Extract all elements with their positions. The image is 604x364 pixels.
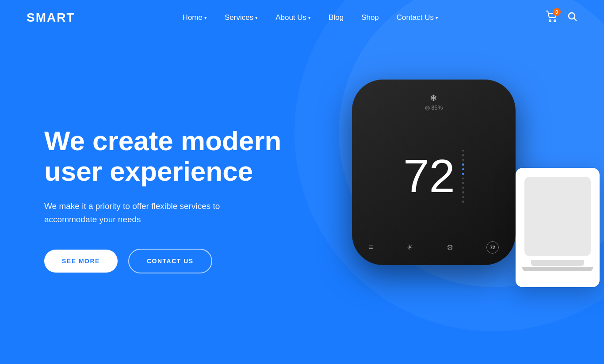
thermostat-top: ❄ ◎ 35% (425, 93, 443, 111)
thermo-dot (462, 168, 464, 171)
hero-buttons: SEE MORE CONTACT US (44, 249, 318, 273)
snowflake-icon: ❄ (430, 93, 437, 103)
device-group: ❄ ◎ 35% 72 (339, 66, 604, 364)
cart-count-badge: 0 (553, 8, 561, 16)
thermostat-mini-label: 72 (486, 241, 499, 254)
hero-section: We create modern user experience We make… (0, 35, 604, 364)
thermo-dot (462, 163, 464, 166)
thermo-dot (462, 173, 464, 175)
hero-subtitle: We make it a priority to offer flexible … (44, 200, 265, 227)
thermostat-device: ❄ ◎ 35% 72 (352, 80, 516, 265)
thermo-dot (462, 191, 464, 193)
nav-item-home[interactable]: Home ▾ (176, 10, 214, 26)
nav-link-home[interactable]: Home ▾ (176, 10, 214, 26)
thermo-dot (462, 154, 464, 156)
thermostat-percent: ◎ 35% (425, 104, 443, 111)
brand-logo[interactable]: SMART (27, 11, 75, 25)
thermo-dot (462, 150, 464, 152)
thermo-dot (462, 196, 464, 198)
navbar: SMART Home ▾ Services ▾ About Us ▾ Blog (0, 0, 604, 35)
nav-item-contact[interactable]: Contact Us ▾ (390, 10, 445, 26)
hub-stand (531, 260, 584, 266)
thermo-dot (462, 201, 464, 203)
hub-base (522, 267, 593, 271)
nav-item-shop[interactable]: Shop (354, 10, 386, 26)
settings-icon: ⚙ (447, 243, 453, 252)
thermo-dot (462, 187, 464, 189)
menu-icon: ≡ (369, 243, 373, 252)
thermostat-center: 72 (403, 150, 464, 203)
hub-device (516, 168, 600, 287)
hero-text: We create modern user experience We make… (44, 126, 318, 273)
thermostat-shell: ❄ ◎ 35% 72 (352, 80, 516, 265)
chevron-down-icon: ▾ (308, 15, 311, 21)
search-icon (567, 11, 577, 22)
svg-point-0 (549, 20, 551, 22)
hub-screen (524, 177, 591, 256)
nav-link-about[interactable]: About Us ▾ (268, 10, 318, 26)
thermo-dot (462, 159, 464, 161)
chevron-down-icon: ▾ (436, 15, 438, 21)
thermostat-temperature: 72 (403, 153, 455, 199)
see-more-button[interactable]: SEE MORE (44, 250, 118, 273)
hero-visual: ❄ ◎ 35% 72 (294, 57, 604, 364)
nav-link-shop[interactable]: Shop (354, 10, 386, 26)
nav-item-blog[interactable]: Blog (321, 10, 351, 26)
nav-link-blog[interactable]: Blog (321, 10, 351, 26)
nav-right: 0 (546, 11, 577, 25)
nav-link-contact[interactable]: Contact Us ▾ (390, 10, 445, 26)
nav-item-services[interactable]: Services ▾ (218, 10, 265, 26)
thermo-dot (462, 178, 464, 180)
search-button[interactable] (567, 11, 577, 24)
contact-us-button[interactable]: CONTACT US (128, 249, 212, 273)
nav-link-services[interactable]: Services ▾ (218, 10, 265, 26)
thermostat-dotbar (462, 150, 464, 203)
hero-title: We create modern user experience (44, 126, 318, 186)
brightness-icon: ☀ (406, 243, 413, 252)
chevron-down-icon: ▾ (204, 15, 207, 21)
cart-button[interactable]: 0 (546, 11, 558, 25)
thermo-dot (462, 182, 464, 184)
nav-item-about[interactable]: About Us ▾ (268, 10, 318, 26)
chevron-down-icon: ▾ (255, 15, 258, 21)
hub-shell (516, 168, 600, 287)
svg-point-1 (554, 20, 556, 22)
nav-links: Home ▾ Services ▾ About Us ▾ Blog Shop (176, 10, 445, 26)
thermostat-bottom: ≡ ☀ ⚙ 72 (365, 241, 502, 254)
